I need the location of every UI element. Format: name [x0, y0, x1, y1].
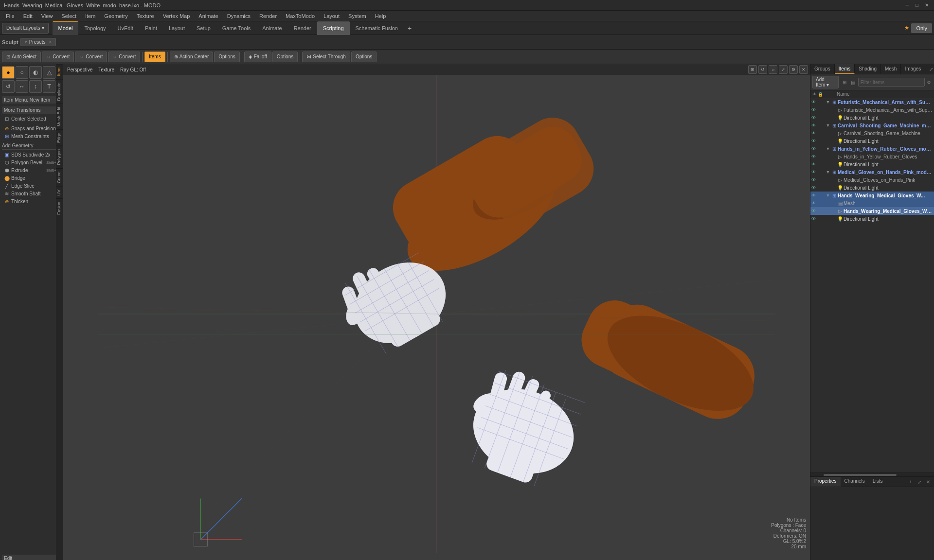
- eye-visible-12[interactable]: 👁: [811, 185, 816, 190]
- tree-row-dir-light-1[interactable]: 👁 💡 Directional Light: [810, 114, 934, 122]
- prop-tab-lists[interactable]: Lists: [869, 477, 887, 487]
- auto-select-button[interactable]: ⊡ Auto Select: [2, 52, 41, 62]
- menu-select[interactable]: Select: [57, 12, 80, 20]
- eye-visible-2[interactable]: 👁: [811, 107, 816, 112]
- side-tab-fusion[interactable]: Fusion: [56, 198, 63, 218]
- menu-file[interactable]: File: [2, 12, 18, 20]
- expand-arrow-13[interactable]: ▼: [825, 192, 831, 198]
- tree-icon-1[interactable]: ⊞: [841, 78, 848, 86]
- expand-arrow-7[interactable]: ▼: [825, 146, 831, 152]
- tab-schematic-fusion[interactable]: Schematic Fusion: [350, 21, 404, 35]
- vp-layout-icon[interactable]: ⊞: [748, 65, 757, 74]
- extrude-item[interactable]: ⬢ Extrude Shift+X: [2, 166, 61, 174]
- more-transforms-dropdown[interactable]: More Transforms ▾: [2, 106, 61, 114]
- menu-layout[interactable]: Layout: [320, 12, 343, 20]
- tree-row-yellow-mesh[interactable]: 👁 ▷ Hands_in_Yellow_Rubber_Gloves: [810, 153, 934, 160]
- expand-arrow-4[interactable]: ▼: [825, 122, 831, 128]
- vp-search-icon[interactable]: ⌕: [769, 65, 777, 74]
- side-tab-edge[interactable]: Edge: [56, 129, 63, 146]
- side-tab-uv[interactable]: UV: [56, 186, 63, 199]
- prop-tab-properties[interactable]: Properties: [810, 477, 841, 487]
- side-tab-duplicate[interactable]: Duplicate: [56, 79, 63, 104]
- tree-icon-2[interactable]: ▤: [849, 78, 857, 86]
- side-tab-item[interactable]: Item: [56, 64, 63, 79]
- action-center-button[interactable]: ⊕ Action Center: [170, 52, 214, 62]
- vp-settings-icon[interactable]: ⚙: [789, 65, 798, 74]
- tab-shading[interactable]: Shading: [855, 64, 881, 74]
- prop-add-icon[interactable]: +: [907, 478, 915, 486]
- prop-tab-channels[interactable]: Channels: [841, 477, 869, 487]
- move-tool-btn[interactable]: ○: [16, 66, 28, 79]
- right-tab-expand-icon[interactable]: ⤢: [927, 65, 934, 73]
- eye-visible-16[interactable]: 👁: [811, 216, 816, 221]
- prop-expand-icon[interactable]: ⤢: [916, 478, 923, 486]
- eye-visible-14[interactable]: 👁: [811, 201, 816, 206]
- eye-visible-8[interactable]: 👁: [811, 154, 816, 159]
- tree-row-dir-light-2[interactable]: 👁 💡 Directional Light: [810, 137, 934, 145]
- mesh-constraints-item[interactable]: ⊞ Mesh Constraints: [2, 132, 61, 140]
- tree-row-pink-group[interactable]: 👁 ▼ ⊞ Medical_Gloves_on_Hands_Pink_modo_…: [810, 168, 934, 176]
- eye-visible-13[interactable]: 👁: [811, 193, 816, 198]
- edit-dropdown[interactable]: Edit ▾: [2, 555, 61, 560]
- menu-help[interactable]: Help: [371, 12, 390, 20]
- menu-edit[interactable]: Edit: [19, 12, 36, 20]
- filter-items-input[interactable]: [858, 78, 925, 87]
- tab-render[interactable]: Render: [288, 21, 317, 35]
- side-tab-curve[interactable]: Curve: [56, 168, 63, 186]
- convert-button-2[interactable]: ↔ Convert: [75, 52, 107, 62]
- tree-row-carnival-group[interactable]: 👁 ▼ ⊞ Carnival_Shooting_Game_Machine_mod…: [810, 122, 934, 129]
- transform-x-btn[interactable]: ↔: [16, 80, 28, 93]
- expand-arrow-10[interactable]: ▼: [825, 169, 831, 175]
- only-button[interactable]: Only: [911, 23, 932, 33]
- tree-row-mesh-sub-selected[interactable]: 👁 ▤ Mesh: [810, 199, 934, 207]
- viewport[interactable]: Perspective Texture Ray GL: Off ⊞ ↺ ⌕ ⤢ …: [63, 64, 810, 560]
- add-tab-button[interactable]: +: [404, 22, 415, 34]
- filter-icon[interactable]: ⚙: [926, 78, 932, 86]
- close-button[interactable]: ✕: [923, 2, 930, 9]
- eye-visible-9[interactable]: 👁: [811, 162, 816, 167]
- tree-row-white-mesh[interactable]: 👁 ▷ Hands_Wearing_Medical_Gloves_White: [810, 207, 934, 215]
- menu-texture[interactable]: Texture: [133, 12, 158, 20]
- tab-topology[interactable]: Topology: [78, 21, 111, 35]
- items-button[interactable]: Items: [144, 52, 165, 62]
- tab-model[interactable]: Model: [53, 21, 79, 35]
- eye-visible-10[interactable]: 👁: [811, 170, 816, 175]
- menu-animate[interactable]: Animate: [195, 12, 222, 20]
- menu-maxtomodo[interactable]: MaxToModo: [282, 12, 319, 20]
- default-layouts-dropdown[interactable]: Default Layouts ▾: [2, 23, 49, 34]
- tree-row-yellow-group[interactable]: 👁 ▼ ⊞ Hands_in_Yellow_Rubber_Gloves_modo…: [810, 145, 934, 153]
- convert-button-3[interactable]: ↔ Convert: [108, 52, 140, 62]
- viewport-texture-label[interactable]: Texture: [98, 67, 114, 72]
- prop-close-icon[interactable]: ✕: [924, 478, 932, 486]
- options-button-1[interactable]: Options: [214, 52, 239, 62]
- tree-row-white-group[interactable]: 👁 ▼ ⊞ Hands_Wearing_Medical_Gloves_W...: [810, 192, 934, 199]
- menu-geometry[interactable]: Geometry: [100, 12, 131, 20]
- tab-animate[interactable]: Animate: [256, 21, 287, 35]
- menu-render[interactable]: Render: [255, 12, 281, 20]
- tab-setup[interactable]: Setup: [191, 21, 216, 35]
- menu-dynamics[interactable]: Dynamics: [223, 12, 254, 20]
- menu-system[interactable]: System: [344, 12, 370, 20]
- scale-tool-btn[interactable]: △: [43, 66, 55, 79]
- eye-visible-4[interactable]: 👁: [811, 123, 816, 128]
- vp-refresh-icon[interactable]: ↺: [758, 65, 767, 74]
- thicken-item[interactable]: ⊕ Thicken: [2, 197, 61, 205]
- add-item-button[interactable]: Add Item ▾: [812, 76, 839, 88]
- menu-item[interactable]: Item: [81, 12, 99, 20]
- tree-row-futuristic-group[interactable]: 👁 ▼ ⊞ Futuristic_Mechanical_Arms_with_Su…: [810, 98, 934, 106]
- expand-arrow-1[interactable]: ▼: [825, 99, 831, 105]
- tab-groups[interactable]: Groups: [810, 64, 835, 74]
- tab-game-tools[interactable]: Game Tools: [216, 21, 257, 35]
- side-tab-mesh-edit[interactable]: Mesh Edit: [56, 104, 63, 129]
- falloff-button[interactable]: ◈ Falloff: [244, 52, 271, 62]
- close-sculpt-icon[interactable]: ×: [49, 39, 52, 45]
- center-selected-item[interactable]: ⊡ Center Selected ▾: [2, 115, 61, 122]
- vp-close-icon[interactable]: ✕: [799, 65, 808, 74]
- eye-visible-7[interactable]: 👁: [811, 146, 816, 151]
- select-tool-btn[interactable]: ●: [2, 66, 15, 79]
- tab-images[interactable]: Images: [901, 64, 925, 74]
- side-tab-polygon[interactable]: Polygon: [56, 146, 63, 168]
- tree-row-dir-light-5[interactable]: 👁 💡 Directional Light: [810, 215, 934, 223]
- minimize-button[interactable]: ─: [904, 2, 911, 9]
- eye-visible-6[interactable]: 👁: [811, 139, 816, 143]
